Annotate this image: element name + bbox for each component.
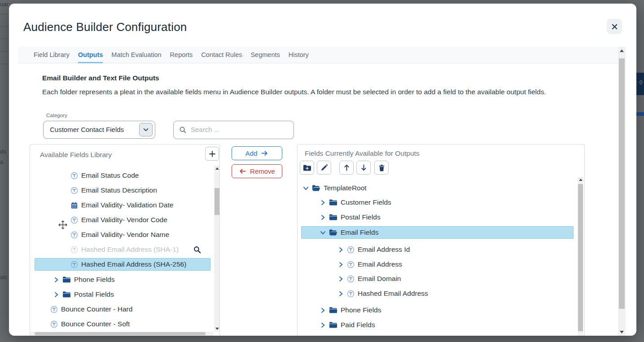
select-dropdown-button[interactable]	[139, 123, 153, 136]
tree-item-label: Phone Fields	[341, 306, 381, 314]
scroll-up-icon[interactable]	[618, 48, 626, 53]
text-field-icon	[347, 275, 355, 283]
section-heading: Email Builder and Text File Outputs	[42, 74, 159, 82]
edit-button[interactable]	[317, 161, 331, 175]
category-value: Customer Contact Fields	[50, 126, 124, 133]
background-text-fragment: sic	[0, 274, 7, 281]
tree-item-postal-fields[interactable]: Postal Fields	[301, 211, 574, 224]
chevron-right-icon[interactable]	[320, 322, 326, 328]
output-fields-title: Fields Currently Available for Outputs	[305, 149, 420, 158]
scrollbar-thumb[interactable]	[578, 184, 583, 331]
chevron-right-icon[interactable]	[338, 262, 344, 267]
tree-item-email-address-id[interactable]: Email Address Id	[301, 243, 574, 256]
tree-item-label: Hashed Email Address (SHA-1)	[81, 246, 179, 254]
tab-reports[interactable]: Reports	[170, 47, 193, 63]
tree-item-label: Bounce Counter - Soft	[61, 320, 130, 328]
tab-field-library[interactable]: Field Library	[34, 47, 70, 63]
tree-item-email-status-code[interactable]: Email Status Code	[35, 169, 210, 182]
left-panel-horizontal-scrollbar[interactable]	[31, 332, 214, 336]
chevron-right-icon[interactable]	[338, 276, 344, 282]
text-field-icon	[70, 246, 78, 254]
add-folder-icon	[303, 164, 311, 171]
text-field-icon	[70, 261, 78, 268]
background-text-fragment: oar	[0, 1, 9, 8]
scroll-down-icon[interactable]	[214, 326, 220, 332]
add-folder-button[interactable]	[300, 161, 314, 175]
tree-item-hashed-email-address[interactable]: Hashed Email Address	[301, 287, 574, 300]
tree-item-email-domain[interactable]: Email Domain	[301, 272, 574, 285]
folder-icon	[62, 291, 71, 298]
remove-button-label: Remove	[250, 167, 275, 175]
tree-item-email-fields[interactable]: Email Fields	[301, 226, 574, 239]
scroll-down-icon[interactable]	[618, 329, 626, 335]
chevron-down-icon[interactable]	[320, 230, 326, 236]
chevron-down-icon[interactable]	[303, 185, 309, 191]
scrollbar-thumb[interactable]	[215, 188, 219, 215]
section-description: Each folder represents a pleat in the av…	[42, 86, 593, 98]
tree-item-hashed-email-address-sha-1[interactable]: Hashed Email Address (SHA-1)	[35, 243, 210, 256]
tree-item-phone-fields[interactable]: Phone Fields	[301, 304, 574, 316]
folder-open-icon	[312, 184, 320, 192]
tree-item-label: Hashed Email Address (SHA-256)	[81, 260, 186, 268]
tree-item-label: TemplateRoot	[324, 184, 367, 192]
scrollbar-thumb[interactable]	[619, 58, 625, 309]
chevron-right-icon[interactable]	[320, 307, 326, 313]
search-icon	[193, 246, 201, 254]
add-field-button[interactable]	[205, 147, 219, 161]
tree-item-phone-fields[interactable]: Phone Fields	[35, 273, 210, 286]
scrollbar-thumb[interactable]	[35, 332, 206, 335]
text-field-icon	[70, 231, 78, 239]
move-up-button[interactable]	[339, 161, 354, 175]
tab-outputs[interactable]: Outputs	[78, 47, 103, 63]
scroll-up-icon[interactable]	[214, 166, 220, 171]
tab-segments[interactable]: Segments	[250, 47, 280, 63]
text-field-icon	[70, 187, 78, 194]
tab-contact-rules[interactable]: Contact Rules	[201, 47, 242, 63]
arrow-left-icon	[239, 167, 246, 175]
chevron-right-icon[interactable]	[53, 277, 59, 283]
chevron-right-icon[interactable]	[338, 247, 344, 253]
modal-vertical-scrollbar[interactable]	[618, 47, 626, 336]
folder-icon	[62, 276, 71, 283]
background-divider	[0, 26, 9, 26]
tree-item-email-address[interactable]: Email Address	[301, 258, 574, 271]
close-button[interactable]	[607, 19, 622, 34]
tree-item-hashed-email-address-sha-256[interactable]: Hashed Email Address (SHA-256)	[35, 258, 210, 271]
background-text-fragment: a	[0, 158, 3, 165]
left-panel-vertical-scrollbar[interactable]	[214, 166, 220, 332]
tab-match-evaluation[interactable]: Match Evaluation	[111, 47, 161, 63]
tree-item-email-validity-vendor-name[interactable]: Email Validity- Vendor Name	[35, 228, 210, 241]
tree-item-label: Email Status Description	[81, 186, 157, 194]
folder-icon	[329, 307, 337, 314]
add-button[interactable]: Add	[232, 146, 282, 160]
tree-item-postal-fields[interactable]: Postal Fields	[35, 288, 210, 301]
chevron-right-icon[interactable]	[320, 215, 326, 220]
tree-item-email-validity-validation-date[interactable]: Email Validity- Validation Date	[35, 199, 210, 211]
tree-item-email-status-description[interactable]: Email Status Description	[35, 184, 210, 197]
edit-icon	[320, 164, 328, 171]
tree-item-label: Postal Fields	[74, 290, 114, 298]
chevron-right-icon[interactable]	[338, 291, 344, 297]
delete-button[interactable]	[374, 161, 389, 175]
tree-item-label: Email Domain	[358, 275, 401, 283]
tree-item-paid-fields[interactable]: Paid Fields	[301, 319, 574, 331]
move-down-button[interactable]	[356, 161, 371, 175]
category-select[interactable]: Customer Contact Fields	[43, 121, 155, 139]
tree-item-bounce-counter-soft[interactable]: Bounce Counter - Soft	[35, 318, 210, 330]
scroll-up-icon[interactable]	[578, 177, 583, 183]
move-cursor-icon	[58, 220, 68, 230]
tree-item-customer-fields[interactable]: Customer Fields	[301, 196, 574, 209]
text-field-icon	[347, 290, 355, 298]
chevron-right-icon[interactable]	[320, 200, 326, 206]
chevron-right-icon[interactable]	[53, 292, 59, 298]
tree-item-bounce-counter-hard[interactable]: Bounce Counter - Hard	[35, 303, 210, 316]
tree-item-label: Bounce Counter - Hard	[61, 305, 132, 313]
calendar-icon	[70, 202, 78, 209]
page-title: Audience Builder Configuration	[23, 20, 187, 34]
add-button-label: Add	[245, 149, 258, 157]
right-panel-vertical-scrollbar[interactable]	[578, 177, 583, 336]
search-input[interactable]: Search ...	[173, 121, 294, 139]
tree-item-templateroot[interactable]: TemplateRoot	[301, 182, 574, 194]
tab-history[interactable]: History	[289, 47, 309, 63]
remove-button[interactable]: Remove	[232, 164, 282, 178]
